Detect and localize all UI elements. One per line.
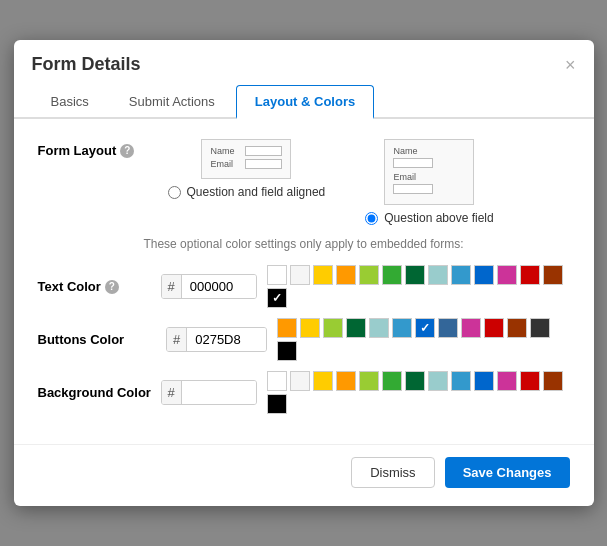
swatch[interactable] (405, 265, 425, 285)
swatch[interactable] (359, 265, 379, 285)
buttons-color-input[interactable] (187, 328, 267, 351)
swatch[interactable] (438, 318, 458, 338)
layout-preview-aligned: Name Email Question and field aligned (168, 139, 326, 199)
swatch[interactable] (520, 265, 540, 285)
swatch[interactable] (290, 265, 310, 285)
background-color-hash: # (162, 381, 182, 404)
buttons-color-label: Buttons Color (38, 332, 166, 347)
tabs: Basics Submit Actions Layout & Colors (14, 75, 594, 119)
swatch[interactable] (474, 371, 494, 391)
swatch[interactable] (530, 318, 550, 338)
form-layout-help-icon[interactable]: ? (120, 144, 134, 158)
swatch[interactable] (428, 265, 448, 285)
text-color-input-group: # (161, 274, 258, 299)
text-color-row: Text Color ? # (38, 265, 570, 308)
text-color-swatches (267, 265, 569, 308)
swatch-selected[interactable] (267, 288, 287, 308)
text-color-label: Text Color ? (38, 279, 161, 294)
buttons-color-hash: # (167, 328, 187, 351)
swatch[interactable] (451, 371, 471, 391)
swatch[interactable] (520, 371, 540, 391)
form-layout-section: Form Layout ? Name Email (38, 139, 570, 225)
preview-form-aligned: Name Email (201, 139, 291, 179)
swatch[interactable] (313, 265, 333, 285)
modal-footer: Dismiss Save Changes (14, 444, 594, 506)
swatch[interactable] (474, 265, 494, 285)
swatch[interactable] (382, 265, 402, 285)
swatch[interactable] (336, 371, 356, 391)
modal-header: Form Details × (14, 40, 594, 75)
form-layout-label: Form Layout ? (38, 139, 168, 158)
swatch[interactable] (451, 265, 471, 285)
buttons-color-row: Buttons Color # (38, 318, 570, 361)
buttons-color-input-group: # (166, 327, 267, 352)
swatch[interactable] (267, 371, 287, 391)
swatch[interactable] (392, 318, 412, 338)
save-button[interactable]: Save Changes (445, 457, 570, 488)
background-color-input-group: # (161, 380, 258, 405)
background-color-input[interactable] (182, 381, 258, 404)
swatch[interactable] (543, 265, 563, 285)
dismiss-button[interactable]: Dismiss (351, 457, 435, 488)
swatch[interactable] (382, 371, 402, 391)
swatch[interactable] (543, 371, 563, 391)
swatch[interactable] (497, 371, 517, 391)
background-color-swatches (267, 371, 569, 414)
swatch[interactable] (359, 371, 379, 391)
swatch[interactable] (336, 265, 356, 285)
swatch[interactable] (277, 341, 297, 361)
buttons-color-swatches (277, 318, 570, 361)
swatch[interactable] (497, 265, 517, 285)
modal-title: Form Details (32, 54, 141, 75)
swatch[interactable] (346, 318, 366, 338)
swatch[interactable] (428, 371, 448, 391)
layout-preview-above: Name Email Question above field (365, 139, 493, 225)
close-button[interactable]: × (565, 56, 576, 74)
swatch[interactable] (267, 265, 287, 285)
layout-options: Name Email Question and field aligned (168, 139, 494, 225)
radio-above[interactable]: Question above field (365, 211, 493, 225)
background-color-row: Background Color # (38, 371, 570, 414)
tab-basics[interactable]: Basics (32, 85, 108, 117)
swatch[interactable] (507, 318, 527, 338)
swatch[interactable] (484, 318, 504, 338)
swatch[interactable] (369, 318, 389, 338)
swatch[interactable] (323, 318, 343, 338)
swatch[interactable] (277, 318, 297, 338)
preview-form-above: Name Email (384, 139, 474, 205)
optional-note: These optional color settings only apply… (38, 237, 570, 251)
radio-above-input[interactable] (365, 212, 378, 225)
modal-body: Form Layout ? Name Email (14, 119, 594, 444)
swatch[interactable] (313, 371, 333, 391)
text-color-help-icon[interactable]: ? (105, 280, 119, 294)
swatch[interactable] (267, 394, 287, 414)
swatch[interactable] (405, 371, 425, 391)
radio-aligned[interactable]: Question and field aligned (168, 185, 326, 199)
swatch[interactable] (461, 318, 481, 338)
text-color-input[interactable] (182, 275, 258, 298)
swatch-selected[interactable] (415, 318, 435, 338)
swatch[interactable] (300, 318, 320, 338)
text-color-hash: # (162, 275, 182, 298)
tab-layout-colors[interactable]: Layout & Colors (236, 85, 374, 119)
tab-submit-actions[interactable]: Submit Actions (110, 85, 234, 117)
swatch[interactable] (290, 371, 310, 391)
modal: Form Details × Basics Submit Actions Lay… (14, 40, 594, 506)
background-color-label: Background Color (38, 385, 161, 400)
radio-aligned-input[interactable] (168, 186, 181, 199)
